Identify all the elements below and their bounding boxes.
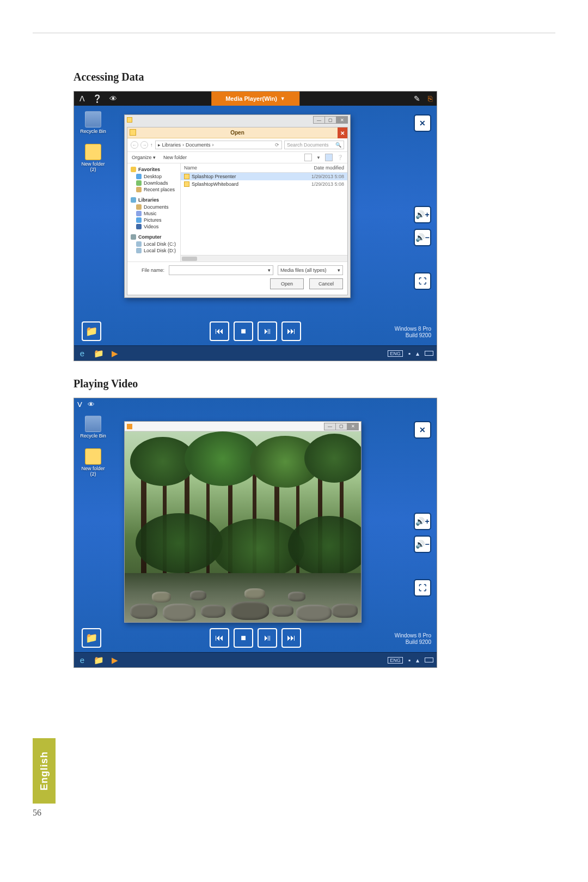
- video-content: [125, 431, 361, 622]
- player-open-folder-button[interactable]: 📁: [82, 628, 101, 648]
- volume-down-button[interactable]: 🔊−: [414, 536, 431, 553]
- tray-network-icon[interactable]: ▴: [416, 656, 419, 664]
- prev-track-button[interactable]: ⏮: [210, 628, 229, 648]
- videos-icon: [136, 224, 142, 229]
- tree-music[interactable]: Music: [127, 210, 180, 217]
- tray-lang-icon[interactable]: ENG: [388, 350, 403, 357]
- prev-track-button[interactable]: ⏮: [210, 321, 229, 341]
- preview-pane-button[interactable]: [325, 154, 333, 161]
- eye-icon[interactable]: 👁: [109, 94, 117, 103]
- new-folder[interactable]: New folder (2): [78, 448, 108, 477]
- tray-network-icon[interactable]: ▴: [416, 350, 419, 357]
- window-titlebar[interactable]: — ▢ ✕: [125, 115, 350, 125]
- help-icon[interactable]: ❔: [93, 94, 102, 103]
- tray-battery-icon[interactable]: [425, 351, 433, 356]
- next-track-button[interactable]: ⏭: [281, 321, 301, 341]
- tree-local-c[interactable]: Local Disk (C:): [127, 241, 180, 247]
- folder-icon: [184, 181, 189, 187]
- eye-icon[interactable]: 👁: [88, 400, 95, 409]
- recycle-bin[interactable]: Recycle Bin: [78, 416, 108, 439]
- view-dropdown-icon[interactable]: ▼: [316, 155, 321, 160]
- file-row[interactable]: SplashtopWhiteboard 1/29/2013 5:08: [181, 180, 347, 188]
- file-type-filter[interactable]: Media files (all types)▾: [278, 265, 343, 275]
- new-folder[interactable]: New folder (2): [78, 144, 108, 172]
- tray-action-icon[interactable]: ▪: [408, 350, 411, 357]
- volume-up-button[interactable]: 🔊+: [414, 206, 431, 223]
- nav-forward-button[interactable]: →: [140, 141, 148, 149]
- volume-up-button[interactable]: 🔊+: [414, 513, 431, 530]
- scrollbar-thumb[interactable]: [182, 257, 197, 261]
- collapse-icon[interactable]: ᐱ: [79, 94, 85, 103]
- horizontal-scrollbar[interactable]: [181, 255, 347, 261]
- taskbar-mediaplayer-icon[interactable]: ▶: [110, 655, 120, 665]
- watermark-line2: Build 9200: [395, 332, 431, 339]
- close-window-button[interactable]: ✕: [347, 423, 359, 430]
- play-pause-button[interactable]: ⏯: [258, 628, 277, 648]
- tree-recent[interactable]: Recent places: [127, 186, 180, 193]
- col-name[interactable]: Name: [181, 163, 297, 172]
- dialog-close-button[interactable]: ✕: [338, 127, 347, 138]
- heading-playing-video: Playing Video: [74, 378, 438, 390]
- new-folder-button[interactable]: New folder: [163, 155, 187, 160]
- cancel-button[interactable]: Cancel: [309, 278, 343, 289]
- play-pause-button[interactable]: ⏯: [258, 321, 277, 341]
- search-input[interactable]: Search Documents 🔍: [284, 141, 344, 149]
- open-button[interactable]: Open: [270, 278, 304, 289]
- close-overlay-button[interactable]: ✕: [414, 421, 431, 439]
- exit-icon[interactable]: ⎘: [428, 94, 432, 103]
- help-button[interactable]: ❔: [337, 155, 343, 160]
- maximize-button[interactable]: ▢: [324, 116, 336, 124]
- tray-battery-icon[interactable]: [425, 658, 433, 662]
- tree-computer[interactable]: Computer: [127, 233, 180, 241]
- file-row[interactable]: Splashtop Presenter 1/29/2013 5:08: [181, 173, 347, 180]
- tree-pictures[interactable]: Pictures: [127, 217, 180, 223]
- tree-favorites[interactable]: Favorites: [127, 166, 180, 173]
- stop-button[interactable]: ■: [234, 321, 253, 341]
- organize-menu[interactable]: Organize ▾: [132, 155, 156, 160]
- taskbar-explorer-icon[interactable]: 📁: [94, 655, 103, 665]
- folder-icon: [85, 144, 101, 160]
- fullscreen-icon: ⛶: [419, 277, 426, 285]
- volume-down-button[interactable]: 🔊−: [414, 229, 431, 246]
- tree-local-d[interactable]: Local Disk (D:): [127, 247, 180, 254]
- tree-videos-label: Videos: [144, 224, 158, 229]
- video-window-titlebar[interactable]: — ▢ ✕: [125, 422, 361, 431]
- tree-desktop[interactable]: Desktop: [127, 173, 180, 180]
- tray-lang-icon[interactable]: ENG: [388, 657, 403, 664]
- caret-down-icon: ▼: [280, 96, 285, 101]
- stop-button[interactable]: ■: [234, 628, 253, 648]
- next-track-button[interactable]: ⏭: [281, 628, 301, 648]
- view-options-button[interactable]: [304, 154, 312, 161]
- taskbar-explorer-icon[interactable]: 📁: [94, 349, 103, 358]
- expand-icon[interactable]: ᐯ: [77, 400, 82, 409]
- maximize-button[interactable]: ▢: [335, 423, 347, 430]
- breadcrumb-documents[interactable]: Documents: [186, 142, 211, 148]
- nav-back-button[interactable]: ←: [131, 141, 138, 149]
- tree-libraries[interactable]: Libraries: [127, 196, 180, 204]
- tray-action-icon[interactable]: ▪: [408, 656, 411, 664]
- taskbar-mediaplayer-icon[interactable]: ▶: [110, 349, 120, 358]
- file-name-input[interactable]: ▾: [169, 265, 273, 275]
- taskbar-ie-icon[interactable]: e: [77, 655, 87, 665]
- breadcrumb-libraries[interactable]: Libraries: [162, 142, 181, 148]
- player-open-folder-button[interactable]: 📁: [82, 321, 101, 341]
- tree-favorites-label: Favorites: [138, 167, 160, 172]
- close-overlay-button[interactable]: ✕: [414, 114, 431, 132]
- minimize-button[interactable]: —: [324, 423, 336, 430]
- refresh-button[interactable]: ⟳: [275, 142, 279, 148]
- minimize-button[interactable]: —: [313, 116, 325, 124]
- tree-documents[interactable]: Documents: [127, 204, 180, 210]
- app-title-tab[interactable]: Media Player(Win) ▼: [211, 92, 299, 106]
- tree-videos[interactable]: Videos: [127, 223, 180, 230]
- col-date[interactable]: Date modified: [297, 163, 347, 172]
- breadcrumb[interactable]: ▸ Libraries › Documents › ⟳: [155, 141, 283, 149]
- edit-icon[interactable]: ✎: [414, 94, 420, 103]
- close-window-button[interactable]: ✕: [336, 116, 348, 124]
- breadcrumb-sep: ›: [212, 142, 214, 148]
- tree-downloads[interactable]: Downloads: [127, 180, 180, 186]
- recycle-bin[interactable]: Recycle Bin: [78, 111, 108, 134]
- fullscreen-button[interactable]: ⛶: [414, 579, 431, 597]
- taskbar-ie-icon[interactable]: e: [77, 349, 87, 358]
- nav-up-button[interactable]: ↑: [150, 142, 153, 148]
- fullscreen-button[interactable]: ⛶: [414, 272, 431, 290]
